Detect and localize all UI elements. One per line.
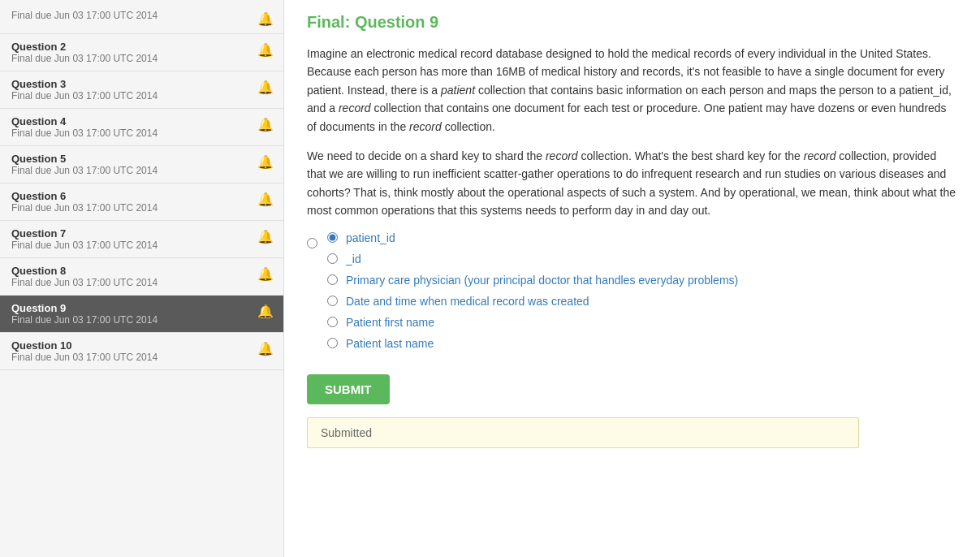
submitted-text: Submitted (321, 426, 372, 439)
option-row-patient-id: patient_id (327, 231, 738, 244)
alarm-icon: 🔔 (257, 80, 274, 95)
submitted-box: Submitted (307, 417, 859, 448)
sidebar-item-due: Final due Jun 03 17:00 UTC 2014 (11, 277, 251, 288)
sidebar-item-due: Final due Jun 03 17:00 UTC 2014 (11, 240, 251, 251)
sidebar-item-title: Question 5 (11, 153, 251, 165)
alarm-icon: 🔔 (257, 304, 274, 319)
option-label-lastname[interactable]: Patient last name (346, 337, 434, 350)
sidebar-item-q5[interactable]: Question 5 Final due Jun 03 17:00 UTC 20… (0, 146, 283, 184)
alarm-icon: 🔔 (257, 341, 274, 356)
option-row-firstname: Patient first name (327, 316, 738, 329)
option-row-pcp: Primary care physician (your principal d… (327, 274, 738, 287)
sidebar-item-due: Final due Jun 03 17:00 UTC 2014 (11, 352, 251, 363)
sidebar: Final due Jun 03 17:00 UTC 2014 🔔 Questi… (0, 0, 284, 557)
sidebar-item-q6[interactable]: Question 6 Final due Jun 03 17:00 UTC 20… (0, 184, 283, 221)
sidebar-item-q2[interactable]: Question 2 Final due Jun 03 17:00 UTC 20… (0, 34, 283, 71)
outer-radio[interactable] (307, 238, 317, 248)
option-row-lastname: Patient last name (327, 337, 738, 350)
sidebar-item-title: Question 8 (11, 265, 251, 277)
main-content: Final: Question 9 Imagine an electronic … (284, 0, 980, 557)
sidebar-item-title: Question 9 (11, 302, 251, 314)
option-label-patient-id[interactable]: patient_id (346, 231, 395, 244)
sidebar-item-due: Final due Jun 03 17:00 UTC 2014 (11, 202, 251, 214)
sidebar-item-due: Final due Jun 03 17:00 UTC 2014 (11, 165, 251, 176)
sidebar-item-due: Final due Jun 03 17:00 UTC 2014 (11, 90, 251, 101)
sidebar-item-title: Question 4 (11, 115, 251, 127)
sidebar-item-q9[interactable]: Question 9 Final due Jun 03 17:00 UTC 20… (0, 296, 283, 333)
sidebar-item-q1-partial[interactable]: Final due Jun 03 17:00 UTC 2014 🔔 (0, 3, 283, 34)
radio-lastname[interactable] (327, 338, 338, 348)
sidebar-item-title: Question 7 (11, 227, 251, 240)
sidebar-item-title: Question 2 (11, 41, 251, 53)
question-title: Final: Question 9 (307, 13, 957, 32)
radio-firstname[interactable] (327, 317, 338, 327)
alarm-icon: 🔔 (257, 266, 274, 282)
sidebar-item-q4[interactable]: Question 4 Final due Jun 03 17:00 UTC 20… (0, 109, 283, 146)
paragraph-2: We need to decide on a shard key to shar… (307, 147, 957, 220)
sidebar-item-q7[interactable]: Question 7 Final due Jun 03 17:00 UTC 20… (0, 221, 283, 258)
sidebar-item-due: Final due Jun 03 17:00 UTC 2014 (11, 314, 251, 326)
sidebar-item-title: Question 6 (11, 190, 251, 202)
paragraph-1: Imagine an electronic medical record dat… (307, 45, 957, 136)
alarm-icon: 🔔 (257, 229, 274, 244)
answer-options: patient_id _id Primary care physician (y… (327, 231, 738, 358)
alarm-icon: 🔔 (257, 117, 274, 132)
radio-datetime[interactable] (327, 296, 338, 306)
radio-id[interactable] (327, 253, 338, 264)
sidebar-item-due: Final due Jun 03 17:00 UTC 2014 (11, 53, 251, 64)
option-label-id[interactable]: _id (346, 253, 361, 266)
option-row-id: _id (327, 253, 738, 266)
alarm-icon: 🔔 (257, 11, 274, 27)
options-wrapper: patient_id _id Primary care physician (y… (307, 231, 957, 358)
alarm-icon: 🔔 (257, 42, 274, 58)
submit-button[interactable]: SUBMIT (307, 374, 390, 404)
sidebar-item-q8[interactable]: Question 8 Final due Jun 03 17:00 UTC 20… (0, 258, 283, 296)
sidebar-item-title: Question 3 (11, 78, 251, 90)
alarm-icon: 🔔 (257, 154, 274, 170)
option-label-datetime[interactable]: Date and time when medical record was cr… (346, 295, 589, 308)
sidebar-item-due: Final due Jun 03 17:00 UTC 2014 (11, 127, 251, 139)
option-row-datetime: Date and time when medical record was cr… (327, 295, 738, 308)
radio-pcp[interactable] (327, 274, 338, 285)
sidebar-item-q10[interactable]: Question 10 Final due Jun 03 17:00 UTC 2… (0, 333, 283, 370)
sidebar-item-title: Question 10 (11, 339, 251, 352)
sidebar-item-due: Final due Jun 03 17:00 UTC 2014 (11, 10, 251, 21)
sidebar-item-q3[interactable]: Question 3 Final due Jun 03 17:00 UTC 20… (0, 71, 283, 109)
option-label-firstname[interactable]: Patient first name (346, 316, 434, 329)
alarm-icon: 🔔 (257, 192, 274, 207)
radio-patient-id[interactable] (327, 232, 338, 243)
option-label-pcp[interactable]: Primary care physician (your principal d… (346, 274, 738, 287)
